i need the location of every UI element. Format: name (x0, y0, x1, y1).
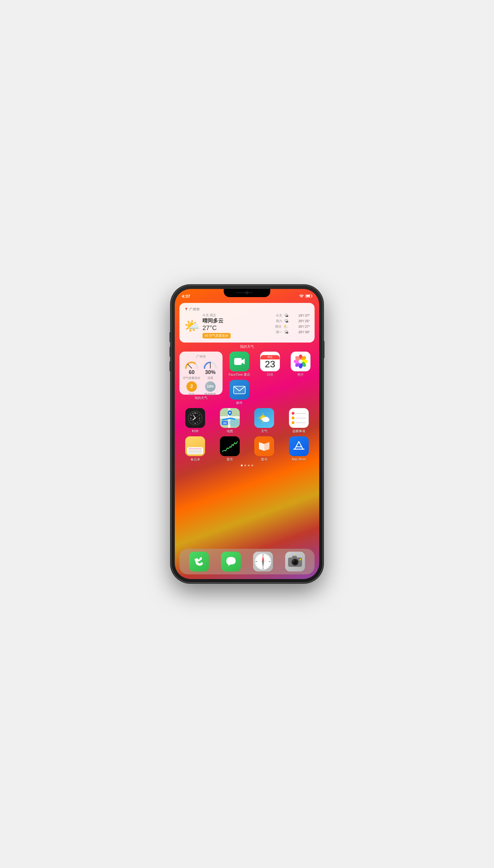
notes-icon[interactable] (185, 436, 205, 456)
dock-camera[interactable] (280, 552, 310, 572)
app-weather[interactable]: 天气 (248, 408, 280, 433)
app-reminders[interactable]: 提醒事项 (283, 408, 315, 433)
photos-label: 照片 (298, 372, 304, 377)
svg-text:11: 11 (192, 412, 194, 414)
uv-value: 2 (190, 384, 193, 389)
status-icons (299, 294, 312, 298)
my-weather-label: 我的天气 (179, 344, 315, 349)
rain-badge: 10% (205, 381, 215, 392)
stocks-icon[interactable] (220, 436, 240, 456)
aqi-badge: 60 空气质量良好 (203, 333, 231, 339)
weather-small-widget[interactable]: 广州市 60 空气质量良 (179, 351, 223, 395)
messages-icon[interactable] (221, 552, 241, 572)
wsw-humidity-value: 30% (205, 369, 215, 375)
status-time: 4:37 (182, 294, 190, 298)
phone-icon[interactable] (189, 552, 209, 572)
dot-1 (241, 465, 243, 466)
wsw-aqi: 60 空气质量良好 (183, 361, 201, 380)
weather-forecast: 今天 🌤 19°/ 27° 周六 🌤 20°/ 25° 周日 (275, 313, 310, 334)
reminders-label: 提醒事项 (292, 429, 305, 433)
wsw-aqi-value: 60 (189, 369, 194, 375)
aqi-gauge (185, 361, 198, 369)
page-indicator (179, 465, 315, 466)
forecast-sat: 周六 🌤 20°/ 25° (275, 319, 310, 323)
forecast-mon: 周一 🌤 20°/ 30° (275, 330, 310, 334)
calendar-label-text: 日历 (267, 372, 273, 377)
reminders-icon[interactable] (289, 408, 309, 428)
books-icon[interactable] (254, 436, 274, 456)
app-clock[interactable]: 12 3 6 9 1 2 4 5 7 8 10 (179, 408, 211, 433)
svg-text:2: 2 (199, 414, 200, 416)
stocks-label: 股市 (227, 457, 233, 462)
safari-icon[interactable] (253, 552, 273, 572)
notes-label: 备忘录 (190, 457, 200, 462)
forecast-day-0: 今天 (276, 313, 283, 318)
svg-text:1: 1 (197, 412, 198, 414)
clock-label: 时钟 (192, 429, 198, 433)
dock-messages[interactable] (216, 552, 246, 572)
maps-label: 地图 (227, 429, 233, 433)
apps-row-3: 备忘录 股市 (179, 436, 315, 462)
facetime-label: FaceTime 通话 (229, 372, 250, 377)
app-books[interactable]: 图书 (248, 436, 280, 462)
svg-point-69 (293, 560, 294, 562)
dot-2 (244, 465, 246, 466)
svg-point-48 (265, 417, 269, 420)
weather-date: 今天·周五 (203, 313, 231, 317)
weather-widget-large[interactable]: 📍 广州市 🌤️ 今天·周五 晴间多云 27°C 60 空气质量良好 (179, 303, 315, 343)
dot-3 (248, 465, 250, 466)
svg-rect-3 (234, 358, 242, 365)
homescreen: 4:37 (175, 289, 319, 579)
wsw-aqi-label: 空气质量良好 (183, 376, 201, 380)
phone-frame: 4:37 (171, 286, 323, 582)
dock-safari[interactable] (248, 552, 278, 572)
humidity-gauge (203, 361, 217, 369)
facetime-icon[interactable] (229, 351, 249, 371)
wsw-uv: 2 安全 (183, 381, 201, 397)
app-facetime[interactable]: FaceTime 通话 (225, 351, 253, 377)
wsw-rain: 10% 降雨概率 (202, 381, 219, 397)
svg-text:10: 10 (190, 414, 192, 416)
weather-small-widget-container[interactable]: 广州市 60 空气质量良 (179, 351, 223, 405)
app-stocks[interactable]: 股市 (214, 436, 246, 462)
app-mail[interactable]: 邮件 (225, 380, 253, 405)
forecast-sun: 周日 ⛅ 20°/ 27° (275, 324, 310, 329)
app-photos[interactable]: 照片 (287, 351, 315, 377)
speaker (235, 292, 253, 293)
maps-icon-inner: 280 (220, 408, 240, 428)
svg-point-33 (194, 418, 196, 419)
app-appstore[interactable]: App Store (283, 436, 315, 462)
svg-text:4: 4 (199, 420, 200, 421)
wsw-uv-label: 安全 (189, 392, 194, 397)
maps-icon[interactable]: 280 (220, 408, 240, 428)
app-maps[interactable]: 280 地图 (214, 408, 246, 433)
dot-4 (251, 465, 253, 466)
weather-temperature: 27°C (203, 324, 231, 332)
forecast-today: 今天 🌤 19°/ 27° (275, 313, 310, 318)
app-calendar[interactable]: 周五 23 日历 (256, 351, 284, 377)
wsw-location: 广州市 (183, 354, 219, 359)
svg-point-39 (229, 412, 231, 413)
svg-line-1 (188, 364, 192, 368)
photos-pinwheel (293, 353, 308, 369)
appstore-icon[interactable] (289, 436, 309, 456)
photos-icon[interactable] (291, 351, 310, 371)
wifi-icon (299, 294, 304, 298)
weather-app-label: 天气 (261, 429, 267, 433)
camera-icon[interactable] (285, 552, 305, 572)
dock-phone[interactable] (184, 552, 214, 572)
calendar-icon[interactable]: 周五 23 (260, 351, 280, 371)
app-notes[interactable]: 备忘录 (179, 436, 211, 462)
svg-text:12: 12 (194, 412, 196, 414)
weather-app-icon[interactable] (254, 408, 274, 428)
screen-content: 📍 广州市 🌤️ 今天·周五 晴间多云 27°C 60 空气质量良好 (175, 300, 319, 579)
dock (179, 549, 315, 574)
wsw-bottom-label: 我的天气 (194, 396, 207, 400)
mail-icon[interactable] (229, 380, 249, 400)
wsw-humidity: 30% 湿度 (202, 361, 219, 380)
clock-icon[interactable]: 12 3 6 9 1 2 4 5 7 8 10 (185, 408, 205, 428)
weather-location: 📍 广州市 (184, 307, 310, 312)
apps-row-1: 广州市 60 空气质量良 (179, 351, 315, 405)
svg-text:8: 8 (191, 420, 192, 421)
svg-point-70 (300, 559, 301, 560)
